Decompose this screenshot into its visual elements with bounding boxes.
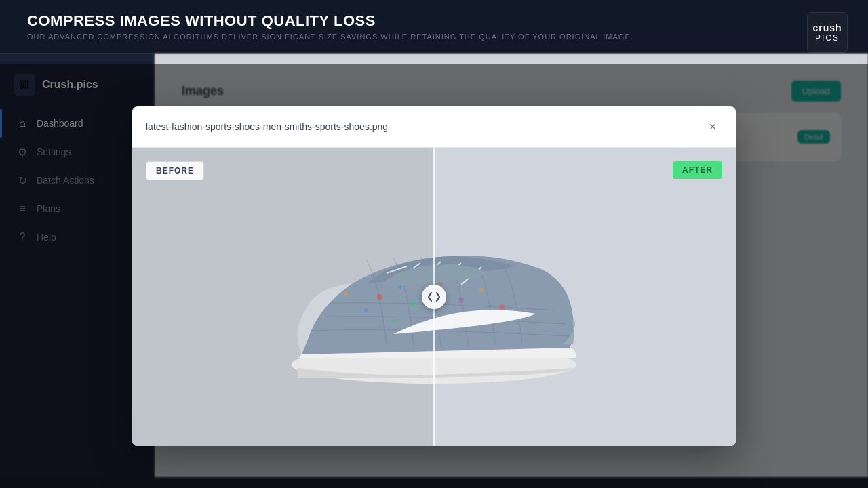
modal-overlay[interactable]: latest-fashion-sports-shoes-men-smiths-s…	[0, 64, 868, 488]
modal-close-button[interactable]: ×	[703, 117, 722, 136]
modal-title: latest-fashion-sports-shoes-men-smiths-s…	[146, 121, 388, 132]
svg-point-8	[411, 301, 416, 306]
logo-area: crush PICS	[807, 12, 848, 53]
logo-box: crush PICS	[807, 12, 848, 53]
before-label: BEFORE	[146, 161, 204, 180]
svg-point-13	[499, 304, 505, 310]
svg-point-14	[391, 319, 395, 323]
modal-header: latest-fashion-sports-shoes-men-smiths-s…	[132, 106, 736, 148]
comparison-container: BEFORE AFTER	[132, 148, 736, 446]
logo-crush: crush	[812, 22, 842, 33]
header-subtitle: OUR ADVANCED COMPRESSION ALGORITHMS DELI…	[27, 33, 841, 41]
header: COMPRESS IMAGES WITHOUT QUALITY LOSS OUR…	[0, 0, 868, 54]
comparison-modal: latest-fashion-sports-shoes-men-smiths-s…	[132, 106, 736, 446]
svg-point-12	[364, 308, 368, 312]
header-title: COMPRESS IMAGES WITHOUT QUALITY LOSS	[27, 12, 841, 30]
svg-point-10	[458, 298, 464, 303]
svg-point-11	[479, 288, 484, 292]
after-label: AFTER	[673, 161, 722, 179]
comparison-handle[interactable]	[422, 285, 446, 309]
svg-point-16	[344, 291, 348, 296]
svg-point-6	[377, 294, 382, 300]
logo-pics: PICS	[815, 33, 840, 43]
